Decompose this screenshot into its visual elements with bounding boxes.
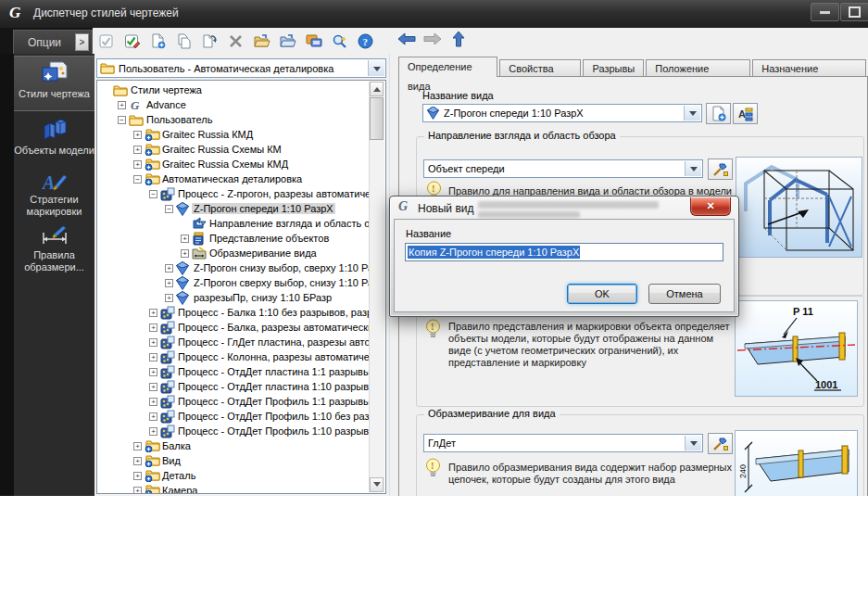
dialog-name-input[interactable]: Копия Z-Прогон спереди 1:10 РазрX [405, 243, 723, 261]
expand-icon[interactable]: + [165, 294, 173, 302]
sidebar-item-2[interactable]: Объекты модели [14, 113, 94, 165]
sidebar-item-4[interactable]: Правила образмери... [14, 220, 94, 273]
tree-item[interactable]: +Образмеривание вида [98, 246, 370, 260]
tree-item[interactable]: +Процесс - Колонна, разрезы автоматичес [98, 349, 370, 364]
preview-button[interactable] [328, 30, 351, 52]
expand-icon[interactable]: + [133, 457, 142, 465]
expand-icon[interactable]: + [149, 427, 157, 436]
sidebar-item-3[interactable]: AСтратегии маркировки [14, 167, 94, 218]
edit-dimensioning-rule-button[interactable] [708, 433, 733, 454]
transfer-button[interactable] [302, 30, 325, 52]
help-button[interactable]: ? [354, 30, 377, 52]
tree-item[interactable]: +Представление объектов [98, 231, 370, 246]
expand-icon[interactable]: + [149, 323, 157, 332]
cancel-button[interactable]: Отмена [648, 284, 721, 304]
expand-icon[interactable]: + [118, 101, 126, 109]
tree-item[interactable]: −Пользователь [98, 112, 370, 127]
options-expander-button[interactable]: > [75, 33, 89, 51]
tab-2[interactable]: Свойства вида [499, 59, 581, 77]
tree-item[interactable]: +Процесс - ОтдДет пластина 1:1 разрывы п [98, 364, 370, 379]
tab-5[interactable]: Назначение категорий [752, 59, 866, 77]
tree-item[interactable]: +GAdvance [98, 97, 370, 112]
view-name-combobox[interactable]: Z-Прогон спереди 1:10 РазрX [422, 104, 702, 122]
scroll-down-button[interactable] [370, 477, 384, 492]
export-button[interactable] [276, 30, 299, 52]
sidebar-item-1[interactable]: Стили чертежа [14, 56, 94, 111]
expand-icon[interactable]: + [181, 249, 189, 258]
edit-direction-rule-button[interactable] [708, 159, 733, 180]
tree-item[interactable]: +Процесс - ГлДет пластина, разрезы автом [98, 335, 370, 349]
expand-icon[interactable]: + [165, 264, 173, 273]
expand-icon[interactable]: + [149, 353, 157, 361]
tree-item[interactable]: +Деталь [98, 468, 370, 483]
collapse-icon[interactable]: − [165, 205, 173, 213]
tab-3[interactable]: Разрывы [583, 59, 644, 77]
tree-item[interactable]: +разрезыПр, снизу 1:10 БРазр [98, 290, 370, 305]
ok-button[interactable]: OK [567, 284, 637, 304]
expand-icon[interactable]: + [149, 309, 157, 317]
expand-icon[interactable]: + [133, 472, 142, 480]
direction-dropdown-button[interactable] [685, 161, 701, 176]
tree-scrollbar[interactable] [369, 82, 384, 492]
options-button[interactable]: Опции > [13, 30, 93, 55]
expand-icon[interactable]: + [165, 279, 173, 287]
dimensioning-dropdown-button[interactable] [685, 436, 701, 450]
expand-icon[interactable]: + [133, 487, 142, 494]
collapse-icon[interactable]: − [118, 116, 126, 124]
tree-item[interactable]: +Процесс - ОтдДет Профиль 1:10 разрывы [98, 424, 370, 438]
tree-item[interactable]: +Балка [98, 438, 370, 453]
expand-icon[interactable]: + [133, 442, 142, 450]
apply-button[interactable] [94, 30, 118, 52]
copy-button[interactable] [172, 30, 195, 52]
tree-filter-dropdown-button[interactable] [368, 60, 384, 76]
tree-item[interactable]: +Graitec Russia Схемы КМ [98, 142, 370, 157]
view-name-dropdown-button[interactable] [684, 106, 700, 120]
tree-item[interactable]: Стили чертежа [98, 82, 370, 97]
new-view-button[interactable] [706, 103, 731, 124]
tree-item[interactable]: +Процесс - Балка 1:10 без разрывов, разр… [98, 305, 370, 320]
up-button[interactable] [448, 32, 469, 49]
tree-item[interactable]: +Процесс - ОтдДет Профиль 1:10 без разры [98, 409, 370, 424]
expand-icon[interactable]: + [149, 338, 157, 347]
expand-icon[interactable]: + [149, 398, 157, 406]
tree-item[interactable]: +Камера [98, 483, 370, 493]
maximize-button[interactable] [840, 3, 868, 21]
scrollbar-thumb[interactable] [370, 97, 384, 140]
new-style-button[interactable] [146, 30, 170, 52]
expand-icon[interactable]: + [133, 146, 142, 154]
tree-item[interactable]: +Z-Прогон сверху выбор, снизу 1:10 Ра [98, 275, 370, 290]
tab-1[interactable]: Определение вида [398, 57, 497, 77]
scroll-up-button[interactable] [370, 82, 384, 96]
edit-style-button[interactable] [120, 30, 144, 52]
rename-view-button[interactable]: A [733, 103, 758, 124]
tree-item[interactable]: +Вид [98, 453, 370, 468]
collapse-icon[interactable]: − [149, 190, 157, 198]
dialog-close-button[interactable]: ✕ [690, 197, 731, 216]
back-button[interactable] [396, 32, 417, 49]
tree-item[interactable]: +Graitec Russia Схемы КМД [98, 157, 370, 171]
dimensioning-combobox[interactable]: ГлДет [423, 434, 703, 452]
forward-button[interactable] [422, 32, 443, 49]
tree-item[interactable]: −Автоматическая деталировка [98, 171, 370, 186]
tree-item[interactable]: Направление взгляда и область об [98, 216, 370, 231]
tree-item[interactable]: +Процесс - ОтдДет Профиль 1:1 разрывы п [98, 394, 370, 409]
tree-item[interactable]: +Процесс - Балка, разрезы автоматически [98, 320, 370, 335]
tree-item[interactable]: +Graitec Russia КМД [98, 127, 370, 142]
tree-filter-combobox[interactable]: Пользователь - Автоматическая деталировк… [96, 58, 386, 78]
tree-item[interactable]: −Z-Прогон спереди 1:10 РазрX [98, 201, 370, 216]
expand-icon[interactable]: + [149, 368, 157, 376]
tab-4[interactable]: Положение компаса [646, 59, 750, 77]
expand-icon[interactable]: + [181, 235, 189, 243]
tree-item[interactable]: +Процесс - ОтдДет пластина 1:10 разрывы [98, 379, 370, 394]
delete-button[interactable] [224, 30, 247, 52]
minimize-button[interactable] [811, 3, 839, 21]
tree-item[interactable]: +Z-Прогон снизу выбор, сверху 1:10 Ра [98, 260, 370, 275]
expand-icon[interactable]: + [133, 131, 142, 139]
expand-icon[interactable]: + [133, 160, 142, 169]
collapse-icon[interactable]: − [133, 175, 142, 184]
expand-icon[interactable]: + [149, 412, 157, 421]
paste-button[interactable] [198, 30, 221, 52]
direction-combobox[interactable]: Объект спереди [423, 159, 703, 178]
expand-icon[interactable]: + [149, 383, 157, 391]
import-button[interactable] [250, 30, 273, 52]
